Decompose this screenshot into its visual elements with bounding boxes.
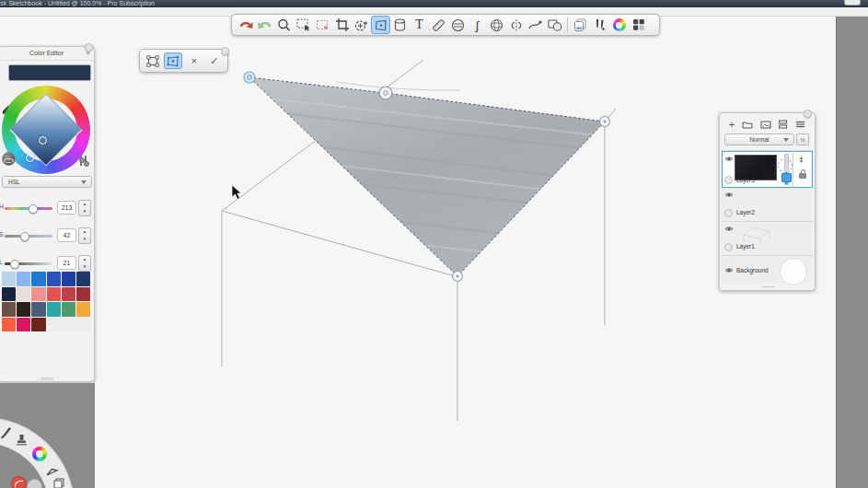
hue-value[interactable]: 213 — [57, 201, 76, 215]
color-swatch[interactable] — [76, 287, 90, 302]
layer-row-layer3[interactable]: Layer3 ▲▼ — [722, 151, 813, 188]
copic-library-button[interactable] — [629, 16, 648, 34]
color-swatch[interactable] — [31, 272, 45, 286]
saturation-slider[interactable] — [5, 235, 52, 238]
diamond-picker[interactable] — [39, 136, 47, 145]
nudge-tool-button[interactable] — [352, 16, 371, 34]
color-swatch[interactable] — [2, 272, 16, 286]
lagoon-color-wheel-icon[interactable] — [32, 447, 47, 461]
layer-marker-radio[interactable] — [724, 209, 733, 217]
symmetry-tool-button[interactable] — [506, 16, 526, 34]
saturation-diamond[interactable] — [9, 93, 82, 166]
lock-icon[interactable] — [799, 173, 806, 179]
color-swatch[interactable] — [62, 302, 75, 317]
saturation-value[interactable]: 42 — [57, 228, 76, 242]
lagoon-layers-icon[interactable] — [53, 478, 65, 488]
saturation-stepper[interactable]: ▲▼ — [78, 227, 91, 244]
menu-item-image[interactable]: Image — [9, 14, 36, 17]
distort-mode-button[interactable] — [164, 52, 182, 69]
menu-item-help[interactable]: Help — [111, 14, 133, 17]
reselect-tool-button[interactable] — [313, 16, 332, 34]
hue-picker[interactable] — [26, 154, 34, 162]
layers-panel-handle[interactable] — [804, 110, 812, 118]
lightness-stepper[interactable]: ▲▼ — [78, 255, 91, 272]
add-layer-button[interactable]: + — [729, 120, 735, 130]
handle-right[interactable] — [600, 117, 610, 127]
color-swatch[interactable] — [2, 302, 16, 317]
stamp-tool-icon[interactable] — [16, 434, 28, 447]
perspective-guide-button[interactable] — [487, 16, 506, 34]
background-color-thumbnail[interactable] — [780, 258, 807, 285]
lagoon-secondary-button[interactable] — [27, 479, 42, 488]
lagoon-undo-button[interactable] — [11, 476, 27, 488]
brush-puck-icon[interactable] — [0, 425, 13, 439]
layer-opacity-knob[interactable] — [781, 173, 792, 182]
ellipse-guide-button[interactable] — [448, 16, 468, 34]
saturation-slider-thumb[interactable] — [20, 232, 29, 241]
menu-item-my-account[interactable]: My Account — [68, 14, 110, 17]
handle-top-left[interactable] — [244, 72, 255, 83]
text-tool-button[interactable]: T — [410, 16, 429, 34]
cancel-transform-button[interactable]: × — [185, 52, 203, 69]
undo-button[interactable] — [236, 16, 255, 34]
layers-menu-button[interactable] — [795, 121, 805, 128]
layers-panel-resize-grip[interactable] — [762, 286, 775, 287]
french-curve-button[interactable]: ʃ — [468, 16, 487, 34]
color-swatch[interactable] — [17, 287, 30, 302]
menu-item-window[interactable]: Window — [37, 14, 69, 17]
visibility-eye-icon[interactable] — [724, 156, 734, 162]
distorted-layer[interactable] — [249, 77, 605, 276]
color-swatch[interactable] — [47, 287, 61, 302]
layer-row-layer2[interactable]: Layer2 — [722, 188, 813, 222]
color-swatch[interactable] — [31, 302, 45, 317]
redo-button[interactable] — [255, 16, 274, 34]
color-swatch[interactable] — [47, 302, 61, 317]
hue-slider-thumb[interactable] — [29, 204, 38, 214]
cylinder-distort-button[interactable] — [390, 16, 410, 34]
shapes-tool-button[interactable] — [545, 16, 564, 34]
color-editor-button[interactable] — [609, 16, 629, 34]
canvas[interactable] — [0, 16, 837, 488]
slider-settings-icon[interactable] — [78, 156, 88, 166]
lightness-value[interactable]: 21 — [57, 256, 76, 270]
select-tool-button[interactable] — [294, 16, 313, 34]
hue-slider[interactable] — [5, 207, 52, 210]
merge-layer-button[interactable] — [778, 120, 788, 129]
current-color-swatch[interactable] — [8, 64, 91, 81]
lightness-slider[interactable] — [5, 262, 52, 265]
accept-transform-button[interactable]: ✓ — [205, 52, 224, 69]
layer-reorder-icon[interactable]: ▲▼ — [799, 156, 804, 163]
color-swatch[interactable] — [76, 302, 90, 317]
visibility-eye-icon[interactable] — [724, 226, 734, 232]
visibility-eye-icon[interactable] — [724, 192, 734, 198]
blend-mode-select[interactable]: Normal — [724, 134, 794, 145]
color-editor-resize-grip[interactable] — [41, 378, 53, 378]
color-swatch[interactable] — [31, 318, 45, 332]
layer-folder-button[interactable] — [742, 121, 753, 129]
color-globe-icon[interactable] — [2, 152, 16, 166]
color-swatch[interactable] — [62, 272, 75, 286]
layer-option-button[interactable]: % — [796, 134, 809, 145]
color-swatch[interactable] — [17, 272, 30, 286]
layer-marker-radio[interactable] — [724, 243, 733, 251]
color-swatch[interactable] — [17, 302, 30, 317]
lagoon-cursor-icon[interactable] — [46, 464, 59, 476]
lightness-slider-thumb[interactable] — [10, 260, 19, 269]
color-swatch[interactable] — [31, 287, 45, 302]
color-swatch[interactable] — [17, 318, 30, 332]
color-swatch[interactable] — [47, 272, 61, 286]
steady-stroke-button[interactable] — [526, 16, 545, 34]
layer-row-background[interactable]: Background — [722, 256, 813, 285]
layer-row-layer1[interactable]: Layer1 — [722, 222, 813, 256]
menu-item-edit[interactable]: Edit — [0, 14, 9, 17]
transform-bar-handle[interactable] — [221, 47, 229, 55]
hue-stepper[interactable]: ▲▼ — [78, 200, 91, 216]
color-swatch[interactable] — [2, 287, 16, 302]
free-transform-button[interactable] — [144, 52, 162, 69]
handle-top-mid[interactable] — [379, 87, 392, 99]
import-image-button[interactable] — [760, 121, 771, 129]
crop-tool-button[interactable] — [332, 16, 352, 34]
color-swatch[interactable] — [76, 272, 90, 286]
color-swatch[interactable] — [62, 287, 75, 302]
layer-editor-button[interactable] — [571, 16, 590, 34]
